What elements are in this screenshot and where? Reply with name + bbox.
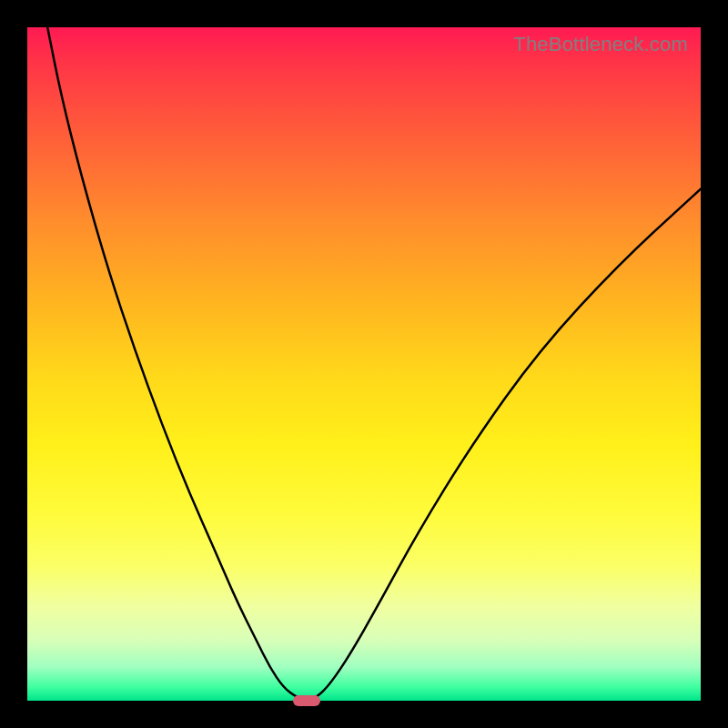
chart-frame: TheBottleneck.com	[0, 0, 728, 728]
optimal-marker	[293, 695, 320, 705]
chart-plot-area: TheBottleneck.com	[27, 27, 701, 701]
bottleneck-curve	[27, 27, 701, 701]
